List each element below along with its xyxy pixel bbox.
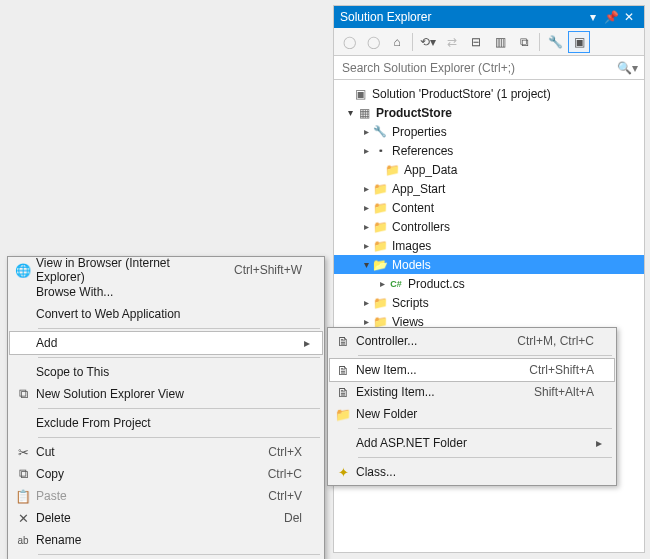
new-folder-icon: 📁	[330, 407, 356, 422]
expand-arrow-icon[interactable]	[360, 221, 372, 232]
separator	[539, 33, 540, 51]
paste-icon: 📋	[10, 489, 36, 504]
submenu-new-item[interactable]: 🗎 New Item... Ctrl+Shift+A	[330, 359, 614, 381]
search-input[interactable]	[340, 60, 613, 76]
project-node[interactable]: ProductStore	[334, 103, 644, 122]
csharp-file-icon	[388, 276, 404, 292]
sync-button[interactable]: ⟲▾	[417, 31, 439, 53]
home-button[interactable]: ⌂	[386, 31, 408, 53]
folder-scripts[interactable]: Scripts	[334, 293, 644, 312]
search-box[interactable]: 🔍▾	[334, 56, 644, 80]
controller-icon: 🗎	[330, 334, 356, 349]
folder-app-start[interactable]: App_Start	[334, 179, 644, 198]
add-submenu: 🗎 Controller... Ctrl+M, Ctrl+C 🗎 New Ite…	[327, 327, 617, 486]
collapse-all-button[interactable]: ⊟	[465, 31, 487, 53]
menu-separator	[358, 457, 612, 458]
submenu-existing-item[interactable]: 🗎 Existing Item... Shift+Alt+A	[330, 381, 614, 403]
menu-separator	[38, 357, 320, 358]
show-all-files-button[interactable]: ▥	[489, 31, 511, 53]
folder-icon	[372, 295, 388, 311]
submenu-class[interactable]: ✦ Class...	[330, 461, 614, 483]
menu-cut[interactable]: ✂ Cut Ctrl+X	[10, 441, 322, 463]
properties-button[interactable]: 🔧	[544, 31, 566, 53]
class-icon: ✦	[330, 465, 356, 480]
new-window-icon: ⧉	[10, 386, 36, 402]
menu-new-solution-view[interactable]: ⧉ New Solution Explorer View	[10, 383, 322, 405]
solution-icon	[352, 86, 368, 102]
folder-models[interactable]: Models	[334, 255, 644, 274]
folder-open-icon	[372, 257, 388, 273]
submenu-aspnet-folder[interactable]: Add ASP.NET Folder ▸	[330, 432, 614, 454]
panel-title: Solution Explorer	[340, 10, 584, 24]
context-menu: 🌐 View in Browser (Internet Explorer) Ct…	[7, 256, 325, 559]
folder-controllers[interactable]: Controllers	[334, 217, 644, 236]
expand-arrow-icon[interactable]	[376, 278, 388, 289]
references-node[interactable]: References	[334, 141, 644, 160]
panel-titlebar: Solution Explorer ▾ 📌 ✕	[334, 6, 644, 28]
submenu-arrow-icon: ▸	[302, 336, 312, 350]
pin-icon[interactable]: 📌	[602, 10, 620, 24]
menu-rename[interactable]: ab Rename	[10, 529, 322, 551]
menu-browse-with[interactable]: Browse With...	[10, 281, 322, 303]
menu-separator	[358, 355, 612, 356]
file-product-cs[interactable]: Product.cs	[334, 274, 644, 293]
menu-delete[interactable]: ✕ Delete Del	[10, 507, 322, 529]
expand-arrow-icon[interactable]	[360, 316, 372, 327]
references-icon	[372, 143, 388, 159]
menu-separator	[38, 437, 320, 438]
expand-arrow-icon[interactable]	[360, 240, 372, 251]
browser-icon: 🌐	[10, 263, 36, 278]
folder-app-data[interactable]: App_Data	[334, 160, 644, 179]
expand-arrow-icon[interactable]	[360, 202, 372, 213]
submenu-new-folder[interactable]: 📁 New Folder	[330, 403, 614, 425]
menu-separator	[358, 428, 612, 429]
menu-view-in-browser[interactable]: 🌐 View in Browser (Internet Explorer) Ct…	[10, 259, 322, 281]
folder-icon	[372, 219, 388, 235]
properties-node[interactable]: Properties	[334, 122, 644, 141]
menu-add[interactable]: Add ▸	[10, 332, 322, 354]
existing-item-icon: 🗎	[330, 385, 356, 400]
copy-icon: ⧉	[10, 466, 36, 482]
separator	[412, 33, 413, 51]
expand-arrow-icon[interactable]	[360, 259, 372, 270]
menu-scope-to-this[interactable]: Scope to This	[10, 361, 322, 383]
expand-arrow-icon[interactable]	[360, 183, 372, 194]
dropdown-icon[interactable]: ▾	[584, 10, 602, 24]
menu-separator	[38, 554, 320, 555]
rename-icon: ab	[10, 535, 36, 546]
submenu-arrow-icon: ▸	[594, 436, 604, 450]
expand-arrow-icon[interactable]	[344, 107, 356, 118]
folder-content[interactable]: Content	[334, 198, 644, 217]
project-icon	[356, 105, 372, 121]
menu-copy[interactable]: ⧉ Copy Ctrl+C	[10, 463, 322, 485]
forward-button[interactable]: ◯	[362, 31, 384, 53]
submenu-controller[interactable]: 🗎 Controller... Ctrl+M, Ctrl+C	[330, 330, 614, 352]
close-icon[interactable]: ✕	[620, 10, 638, 24]
folder-images[interactable]: Images	[334, 236, 644, 255]
folder-icon	[372, 238, 388, 254]
expand-arrow-icon[interactable]	[360, 126, 372, 137]
back-button[interactable]: ◯	[338, 31, 360, 53]
folder-icon	[372, 181, 388, 197]
cut-icon: ✂	[10, 445, 36, 460]
wrench-icon	[372, 124, 388, 140]
menu-exclude-from-project[interactable]: Exclude From Project	[10, 412, 322, 434]
delete-icon: ✕	[10, 511, 36, 526]
menu-separator	[38, 408, 320, 409]
menu-separator	[38, 328, 320, 329]
new-item-icon: 🗎	[330, 363, 356, 378]
panel-toolbar: ◯ ◯ ⌂ ⟲▾ ⇄ ⊟ ▥ ⧉ 🔧 ▣	[334, 28, 644, 56]
menu-paste: 📋 Paste Ctrl+V	[10, 485, 322, 507]
refresh-button[interactable]: ⇄	[441, 31, 463, 53]
preview-button[interactable]: ▣	[568, 31, 590, 53]
menu-convert-web-app[interactable]: Convert to Web Application	[10, 303, 322, 325]
copy-view-button[interactable]: ⧉	[513, 31, 535, 53]
folder-icon	[384, 162, 400, 178]
solution-node[interactable]: Solution 'ProductStore' (1 project)	[334, 84, 644, 103]
folder-icon	[372, 200, 388, 216]
search-icon: 🔍▾	[617, 61, 638, 75]
expand-arrow-icon[interactable]	[360, 145, 372, 156]
expand-arrow-icon[interactable]	[360, 297, 372, 308]
